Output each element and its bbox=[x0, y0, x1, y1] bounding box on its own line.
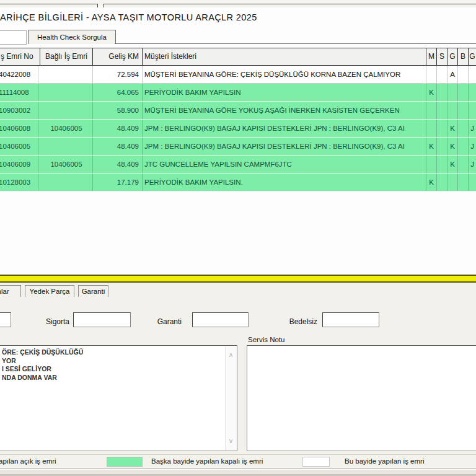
cell-flag-m bbox=[426, 102, 437, 119]
col-header-g2[interactable]: G bbox=[469, 48, 476, 65]
cell-bagli-is-emri: 10406005 bbox=[40, 156, 93, 173]
cell-flag-b bbox=[458, 66, 469, 83]
table-row[interactable]: 104060081040600548.409JPM : BERLINGO(K9)… bbox=[0, 120, 476, 138]
table-row[interactable]: 4042200872.594MÜŞTERİ BEYANINA GÖRE: ÇEK… bbox=[0, 66, 476, 84]
cell-flag-g: K bbox=[447, 156, 458, 173]
cell-flag-b bbox=[458, 84, 469, 101]
cell-is-emri-no: 10903002 bbox=[0, 102, 38, 119]
garanti-label: Garanti bbox=[143, 317, 182, 326]
cell-flag-b bbox=[458, 156, 469, 173]
yellow-splitter[interactable] bbox=[0, 275, 476, 283]
tab-onlar[interactable]: onlar bbox=[0, 285, 21, 297]
cell-is-emri-no: 10128003 bbox=[0, 174, 38, 191]
cell-gelis-km: 48.409 bbox=[93, 138, 143, 155]
cell-musteri-istekleri: PERİYODİK BAKIM YAPILSIN. bbox=[143, 174, 426, 191]
cell-gelis-km: 17.179 bbox=[93, 174, 143, 191]
cell-flag-g2: J bbox=[469, 156, 476, 173]
cell-musteri-istekleri: JPM : BERLINGO(K9) BAGAJ KAPISI DESTEKLE… bbox=[143, 120, 426, 137]
cell-flag-m bbox=[426, 120, 437, 137]
cell-is-emri-no: 10406008 bbox=[0, 120, 38, 137]
table-row[interactable]: 1090300258.900MÜŞTERİ BEYANINA GÖRE YOKU… bbox=[0, 102, 476, 120]
cell-gelis-km: 64.065 bbox=[93, 84, 143, 101]
musteri-istekleri-textarea[interactable]: ÖRE: ÇEKİŞ DÜŞÜKLÜĞÜ YOR I SESİ GELİYOR … bbox=[0, 345, 237, 451]
cutoff-input[interactable] bbox=[0, 30, 27, 45]
servis-notu-label: Servis Notu bbox=[248, 336, 284, 343]
titlebar: ARİHÇE BİLGİLERİ - AYSA TAŞIT MOTORLU AR… bbox=[0, 7, 476, 29]
col-header-gelis-km[interactable]: Geliş KM bbox=[93, 48, 143, 65]
table-row[interactable]: 1012800317.179PERİYODİK BAKIM YAPILSIN.K bbox=[0, 174, 476, 192]
cell-flag-g2 bbox=[469, 174, 476, 191]
cell-flag-m: K bbox=[426, 138, 437, 155]
cell-bagli-is-emri bbox=[40, 138, 93, 155]
cell-bagli-is-emri: 10406005 bbox=[40, 120, 93, 137]
table-row[interactable]: 104060091040600548.409JTC GUNCELLEME YAP… bbox=[0, 156, 476, 174]
cell-flag-g: A bbox=[447, 66, 458, 83]
history-table: ş Emri No Bağlı İş Emri Geliş KM Müşteri… bbox=[0, 48, 476, 192]
cell-gelis-km: 48.409 bbox=[93, 156, 143, 173]
legend-closed-other-label: Başka bayide yapılan kapalı iş emri bbox=[151, 457, 263, 465]
cutoff-field[interactable] bbox=[0, 312, 11, 327]
cell-musteri-istekleri: PERİYODİK BAKIM YAPILSIN bbox=[143, 84, 426, 101]
col-header-s[interactable]: S bbox=[437, 48, 447, 65]
scroll-up-icon[interactable]: ∧ bbox=[226, 350, 236, 360]
cell-flag-m bbox=[426, 156, 437, 173]
scrollbar[interactable]: ∧ ∨ bbox=[225, 346, 236, 450]
cell-flag-b bbox=[458, 138, 469, 155]
legend-this-dealer-label: Bu bayide yapılan iş emri bbox=[345, 457, 424, 465]
cell-flag-g bbox=[447, 102, 458, 119]
col-header-is-emri-no[interactable]: ş Emri No bbox=[0, 48, 40, 65]
bedelsiz-label: Bedelsiz bbox=[267, 317, 317, 326]
cell-flag-g2: J bbox=[469, 138, 476, 155]
sigorta-label: Sigorta bbox=[25, 317, 69, 326]
tab-health-check-sorgula[interactable]: Health Check Sorgula bbox=[28, 30, 116, 44]
cell-flag-s bbox=[437, 174, 447, 191]
legend-bar: apılan açık iş emri Başka bayide yapılan… bbox=[0, 454, 476, 469]
cell-flag-s bbox=[437, 66, 447, 83]
tab-label: Yedek Parça bbox=[30, 288, 70, 295]
cell-flag-s bbox=[437, 156, 447, 173]
col-header-m[interactable]: M bbox=[426, 48, 437, 65]
col-header-b[interactable]: B bbox=[458, 48, 469, 65]
cell-gelis-km: 48.409 bbox=[93, 120, 143, 137]
col-header-g[interactable]: G bbox=[447, 48, 458, 65]
window-bottom-edge bbox=[0, 469, 476, 476]
app-window: ARİHÇE BİLGİLERİ - AYSA TAŞIT MOTORLU AR… bbox=[0, 0, 476, 476]
cell-flag-s bbox=[437, 102, 447, 119]
divider bbox=[0, 4, 97, 4]
cell-bagli-is-emri bbox=[40, 66, 93, 83]
cell-flag-g2 bbox=[469, 102, 476, 119]
legend-open-label: apılan açık iş emri bbox=[0, 457, 56, 465]
cell-musteri-istekleri: MÜŞTERİ BEYANINA GÖRE YOKUŞ AŞAĞI İNERKE… bbox=[143, 102, 426, 119]
cell-is-emri-no: 10406005 bbox=[0, 138, 38, 155]
cell-flag-g: K bbox=[447, 138, 458, 155]
tab-yedek-parca[interactable]: Yedek Parça bbox=[25, 285, 74, 297]
bedelsiz-field[interactable] bbox=[322, 312, 379, 327]
cell-is-emri-no: 11114008 bbox=[0, 84, 38, 101]
cell-flag-g bbox=[447, 174, 458, 191]
scroll-down-icon[interactable]: ∨ bbox=[226, 436, 236, 446]
col-header-bagli-is-emri[interactable]: Bağlı İş Emri bbox=[40, 48, 93, 65]
tab-garanti[interactable]: Garanti bbox=[78, 285, 108, 297]
cell-musteri-istekleri: MÜŞTERİ BEYANINA GÖRE: ÇEKİŞ DÜŞÜKLÜĞÜ K… bbox=[143, 66, 426, 83]
cell-is-emri-no: 40422008 bbox=[0, 66, 38, 83]
table-body: 4042200872.594MÜŞTERİ BEYANINA GÖRE: ÇEK… bbox=[0, 66, 476, 192]
legend-green-swatch bbox=[107, 457, 143, 467]
cell-flag-g bbox=[447, 84, 458, 101]
table-row[interactable]: 1111400864.065PERİYODİK BAKIM YAPILSINK bbox=[0, 84, 476, 102]
cell-bagli-is-emri bbox=[40, 102, 93, 119]
cell-flag-m: K bbox=[426, 174, 437, 191]
cell-flag-s bbox=[437, 138, 447, 155]
sigorta-field[interactable] bbox=[73, 312, 131, 327]
table-row[interactable]: 1040600548.409JPM : BERLINGO(K9) BAGAJ K… bbox=[0, 138, 476, 156]
cell-gelis-km: 58.900 bbox=[93, 102, 143, 119]
cell-flag-b bbox=[458, 120, 469, 137]
legend-white-swatch bbox=[302, 457, 330, 467]
servis-notu-textarea[interactable] bbox=[247, 345, 476, 451]
divider bbox=[104, 4, 476, 4]
cell-bagli-is-emri bbox=[40, 84, 93, 101]
col-header-musteri-istekleri[interactable]: Müşteri İstekleri bbox=[143, 48, 426, 65]
cell-is-emri-no: 10406009 bbox=[0, 156, 38, 173]
cell-flag-b bbox=[458, 102, 469, 119]
garanti-field[interactable] bbox=[192, 312, 249, 327]
cell-flag-g: K bbox=[447, 120, 458, 137]
